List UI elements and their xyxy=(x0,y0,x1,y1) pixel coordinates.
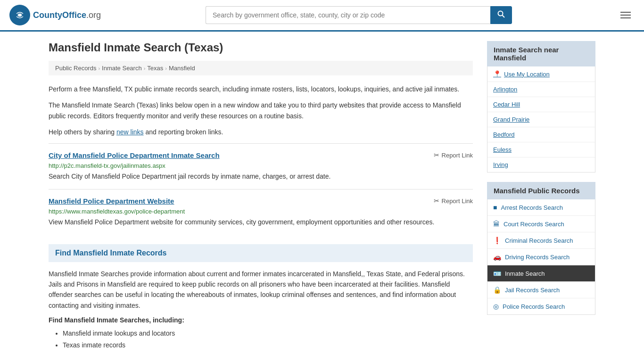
report-icon-0: ✂ xyxy=(434,151,439,159)
nearby-links-container: 📍 Use My Location ArlingtonCedar HillGra… xyxy=(487,66,595,173)
bullet-item-1: Texas inmate records xyxy=(63,339,473,351)
breadcrumb-public-records[interactable]: Public Records xyxy=(55,65,96,72)
find-section: Find Mansfield Inmate Records Mansfield … xyxy=(49,244,473,352)
resources-list: City of Mansfield Police Department Inma… xyxy=(49,143,473,235)
pr-icon-3: 🚗 xyxy=(493,253,501,261)
use-location-link[interactable]: 📍 Use My Location xyxy=(487,66,595,82)
svg-point-1 xyxy=(18,14,21,16)
resource-url-1[interactable]: https://www.mansfieldtexas.gov/police-de… xyxy=(49,208,473,215)
pr-label-4: Inmate Search xyxy=(505,270,545,277)
menu-button[interactable] xyxy=(617,8,635,22)
breadcrumb-texas[interactable]: Texas xyxy=(147,65,163,72)
pr-label-6: Police Records Search xyxy=(503,303,565,310)
public-record-item-4[interactable]: 🪪 Inmate Search xyxy=(487,265,595,282)
breadcrumb-inmate-search[interactable]: Inmate Search xyxy=(102,65,142,72)
breadcrumb-sep-1: › xyxy=(98,66,100,71)
location-pin-icon: 📍 xyxy=(493,70,501,78)
desc-para-1: Perform a free Mansfield, TX public inma… xyxy=(49,84,473,94)
nearby-link-1[interactable]: Cedar Hill xyxy=(487,97,595,112)
public-record-item-2[interactable]: ❗ Criminal Records Search xyxy=(487,232,595,249)
use-location-label: Use My Location xyxy=(504,71,550,78)
report-link-button-1[interactable]: ✂ Report Link xyxy=(434,197,473,205)
nearby-link-3[interactable]: Bedford xyxy=(487,127,595,142)
breadcrumb-mansfield: Mansfield xyxy=(169,65,195,72)
breadcrumb: Public Records › Inmate Search › Texas ›… xyxy=(49,61,473,75)
breadcrumb-sep-3: › xyxy=(165,66,167,71)
desc-para-3: Help others by sharing new links and rep… xyxy=(49,127,473,137)
pr-label-1: Court Records Search xyxy=(504,221,564,228)
public-records-title: Mansfield Public Records xyxy=(487,182,595,199)
public-records-section: Mansfield Public Records ■ Arrest Record… xyxy=(487,182,595,315)
find-section-heading: Find Mansfield Inmate Records xyxy=(49,244,473,262)
public-record-item-1[interactable]: 🏛 Court Records Search xyxy=(487,216,595,232)
resource-title-0[interactable]: City of Mansfield Police Department Inma… xyxy=(49,151,220,159)
site-header: CountyOffice.org xyxy=(0,0,644,32)
public-record-item-0[interactable]: ■ Arrest Records Search xyxy=(487,199,595,216)
nearby-link-4[interactable]: Euless xyxy=(487,142,595,157)
pr-icon-2: ❗ xyxy=(493,237,501,244)
logo-icon xyxy=(9,5,30,25)
pr-label-0: Arrest Records Search xyxy=(501,204,563,211)
pr-icon-5: 🔒 xyxy=(493,286,501,294)
search-bar xyxy=(206,6,512,24)
breadcrumb-sep-2: › xyxy=(144,66,146,71)
public-records-links: ■ Arrest Records Search 🏛 Court Records … xyxy=(487,199,595,315)
resource-title-1[interactable]: Mansfield Police Department Website xyxy=(49,197,174,205)
desc-para-2: The Mansfield Inmate Search (Texas) link… xyxy=(49,100,473,121)
nearby-link-2[interactable]: Grand Prairie xyxy=(487,112,595,127)
resource-desc-0: Search City of Mansfield Police Departme… xyxy=(49,172,473,181)
resource-item-1: Mansfield Police Department Website ✂ Re… xyxy=(49,189,473,235)
resource-url-0[interactable]: http://p2c.mansfield-tx.gov/jailinmates.… xyxy=(49,162,473,169)
pr-icon-0: ■ xyxy=(493,204,497,211)
nearby-section: Inmate Search near Mansfield 📍 Use My Lo… xyxy=(487,41,595,173)
find-bullets: Mansfield inmate lookups and locatorsTex… xyxy=(49,328,473,351)
logo[interactable]: CountyOffice.org xyxy=(9,5,101,25)
public-record-item-6[interactable]: ◎ Police Records Search xyxy=(487,298,595,314)
pr-icon-6: ◎ xyxy=(493,303,499,310)
resource-desc-1: View Mansfield Police Department website… xyxy=(49,217,473,227)
content-area: Mansfield Inmate Search (Texas) Public R… xyxy=(49,41,473,352)
pr-label-3: Driving Records Search xyxy=(505,254,570,261)
search-button[interactable] xyxy=(490,6,512,24)
new-links-link[interactable]: new links xyxy=(116,128,144,136)
nearby-title: Inmate Search near Mansfield xyxy=(487,41,595,66)
find-section-body: Mansfield Inmate Searches provide inform… xyxy=(49,269,473,311)
pr-icon-4: 🪪 xyxy=(493,270,501,277)
resource-item-0: City of Mansfield Police Department Inma… xyxy=(49,143,473,189)
search-input[interactable] xyxy=(206,6,490,24)
report-link-button-0[interactable]: ✂ Report Link xyxy=(434,151,473,159)
main-container: Mansfield Inmate Search (Texas) Public R… xyxy=(39,32,605,361)
logo-text: CountyOffice.org xyxy=(33,10,101,20)
nearby-links-list: ArlingtonCedar HillGrand PrairieBedfordE… xyxy=(487,82,595,172)
bullet-item-0: Mansfield inmate lookups and locators xyxy=(63,328,473,339)
public-record-item-3[interactable]: 🚗 Driving Records Search xyxy=(487,249,595,265)
pr-icon-1: 🏛 xyxy=(493,220,500,228)
public-record-item-5[interactable]: 🔒 Jail Records Search xyxy=(487,282,595,298)
svg-point-2 xyxy=(498,11,503,16)
nearby-link-5[interactable]: Irving xyxy=(487,157,595,172)
report-icon-1: ✂ xyxy=(434,197,439,205)
svg-line-3 xyxy=(503,16,505,18)
pr-label-2: Criminal Records Search xyxy=(505,237,573,244)
sidebar: Inmate Search near Mansfield 📍 Use My Lo… xyxy=(487,41,595,352)
find-sub-heading: Find Mansfield Inmate Searches, includin… xyxy=(49,316,473,324)
page-title: Mansfield Inmate Search (Texas) xyxy=(49,41,473,54)
nearby-link-0[interactable]: Arlington xyxy=(487,82,595,97)
pr-label-5: Jail Records Search xyxy=(505,287,560,294)
